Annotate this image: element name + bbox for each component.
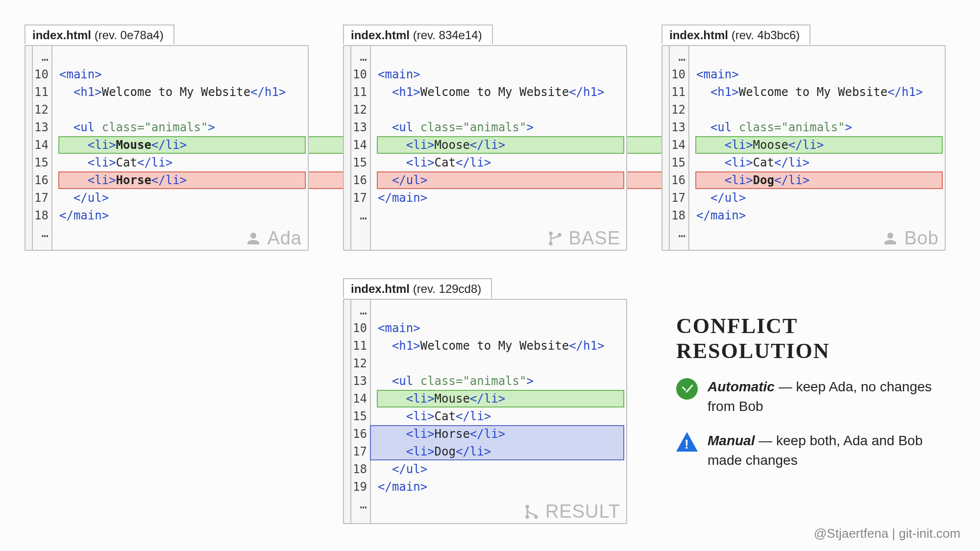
check-icon bbox=[676, 378, 698, 400]
line-numbers: …1011121314151617… bbox=[351, 46, 371, 250]
corner-label-result-text: RESULT bbox=[545, 501, 620, 522]
gutter-strip bbox=[25, 46, 33, 250]
connector-green-2 bbox=[627, 136, 662, 154]
svg-point-3 bbox=[525, 504, 529, 508]
panel-result-tab: index.html (rev. 129cd8) bbox=[343, 278, 492, 298]
branch-icon bbox=[546, 230, 564, 247]
panel-result-filename: index.html bbox=[351, 282, 410, 295]
panel-ada-rev: (rev. 0e78a4) bbox=[95, 28, 164, 42]
svg-point-4 bbox=[525, 515, 529, 519]
line-numbers: …101112131415161718… bbox=[33, 46, 52, 250]
legend-title: Conflict resolution bbox=[676, 313, 951, 363]
connector-red-2 bbox=[627, 171, 662, 189]
legend-text-automatic: Automatic — keep Ada, no changes from Bo… bbox=[708, 377, 951, 416]
panel-result-rev: (rev. 129cd8) bbox=[413, 282, 482, 295]
legend-row-automatic: Automatic — keep Ada, no changes from Bo… bbox=[676, 377, 951, 416]
svg-point-1 bbox=[549, 241, 553, 245]
code-content: <main> <h1>Welcome to My Website</h1> <u… bbox=[371, 300, 626, 523]
gutter-strip bbox=[662, 46, 670, 250]
credit-text: @Stjaertfena | git-init.com bbox=[814, 526, 960, 541]
panel-ada: index.html (rev. 0e78a4) …10111213141516… bbox=[24, 45, 309, 251]
corner-label-ada: Ada bbox=[245, 228, 302, 249]
legend-text-manual: Manual — keep both, Ada and Bob made cha… bbox=[708, 431, 951, 470]
panel-base-filename: index.html bbox=[351, 28, 410, 42]
panel-base: index.html (rev. 834e14) …10111213141516… bbox=[343, 45, 627, 251]
user-icon bbox=[245, 230, 262, 247]
svg-point-0 bbox=[549, 231, 553, 235]
panel-base-tab: index.html (rev. 834e14) bbox=[343, 24, 493, 44]
connector-red-1 bbox=[309, 171, 343, 189]
legend-manual-label: Manual bbox=[708, 433, 755, 448]
code-content: <main> <h1>Welcome to My Website</h1> <u… bbox=[371, 46, 626, 250]
panel-bob: index.html (rev. 4b3bc6) …10111213141516… bbox=[662, 45, 946, 251]
panel-result: index.html (rev. 129cd8) …10111213141516… bbox=[343, 299, 627, 524]
panel-bob-filename: index.html bbox=[669, 28, 728, 42]
connector-green-1 bbox=[309, 136, 343, 154]
legend-automatic-label: Automatic bbox=[708, 379, 775, 394]
legend-conflict-resolution: Conflict resolution Automatic — keep Ada… bbox=[676, 313, 951, 485]
panel-bob-rev: (rev. 4b3bc6) bbox=[732, 28, 800, 42]
warning-icon bbox=[676, 432, 698, 452]
legend-row-manual: Manual — keep both, Ada and Bob made cha… bbox=[676, 431, 951, 470]
code-content: <main> <h1>Welcome to My Website</h1> <u… bbox=[689, 46, 945, 250]
gutter-strip bbox=[344, 46, 351, 250]
panel-base-rev: (rev. 834e14) bbox=[413, 28, 482, 42]
corner-label-result: RESULT bbox=[523, 501, 620, 522]
code-content: <main> <h1>Welcome to My Website</h1> <u… bbox=[52, 46, 308, 250]
panel-ada-filename: index.html bbox=[32, 28, 91, 42]
line-numbers: …101112131415161718… bbox=[670, 46, 689, 250]
gutter-strip bbox=[344, 300, 351, 523]
merge-icon bbox=[523, 503, 540, 521]
line-numbers: …10111213141516171819… bbox=[351, 300, 371, 523]
corner-label-base: BASE bbox=[546, 228, 620, 249]
corner-label-bob-text: Bob bbox=[904, 228, 939, 249]
panel-bob-tab: index.html (rev. 4b3bc6) bbox=[662, 24, 810, 44]
panel-ada-tab: index.html (rev. 0e78a4) bbox=[24, 24, 174, 44]
user-icon bbox=[882, 230, 899, 247]
corner-label-ada-text: Ada bbox=[267, 228, 302, 249]
corner-label-base-text: BASE bbox=[569, 228, 620, 249]
corner-label-bob: Bob bbox=[882, 228, 939, 249]
